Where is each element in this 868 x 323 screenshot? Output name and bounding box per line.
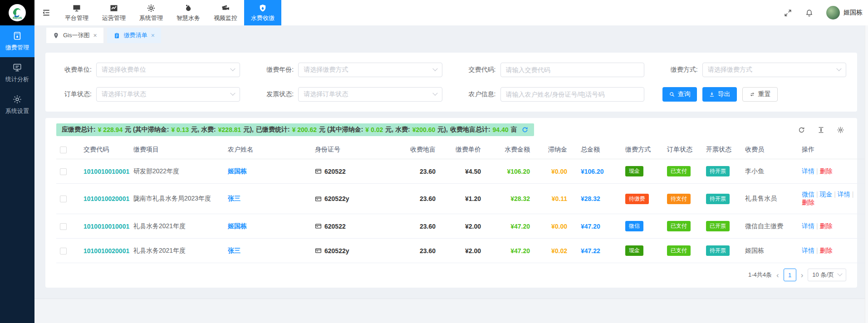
- water-meter-icon: [12, 31, 22, 41]
- table-row: 1010010010001 研发部2022年度 姬国栋 620522 23.60…: [56, 159, 868, 184]
- fullscreen-icon[interactable]: [784, 9, 792, 17]
- status-badge: 已支付: [667, 221, 691, 231]
- payment-code: 1010010010001: [83, 168, 129, 175]
- order-status-select[interactable]: 请选择订单状态: [96, 87, 240, 102]
- menu-item-water-fee[interactable]: 水费收缴: [244, 0, 281, 25]
- id-card-number: 620522y: [315, 247, 402, 254]
- collector: 姬国栋: [741, 239, 798, 263]
- action-link[interactable]: 详情: [802, 222, 814, 230]
- tab-close-icon[interactable]: ×: [93, 32, 97, 39]
- refresh-icon[interactable]: [798, 126, 805, 134]
- action-link[interactable]: 微信: [802, 191, 814, 198]
- sidebar-item-label: 统计分析: [5, 75, 29, 83]
- farmer-name-link[interactable]: 姬国栋: [228, 167, 247, 175]
- payment-code-input[interactable]: [506, 66, 639, 73]
- bell-icon[interactable]: [805, 9, 814, 17]
- status-badge: 已支付: [667, 166, 691, 176]
- next-page-icon[interactable]: ›: [801, 271, 804, 279]
- chevron-down-icon: [432, 91, 437, 96]
- username: 姬国栋: [843, 9, 863, 17]
- row-checkbox[interactable]: [60, 248, 67, 254]
- charge-unit-select[interactable]: 请选择收费单位: [96, 63, 240, 77]
- late-fee: ¥0.00: [551, 168, 567, 175]
- sidebar-item-settings[interactable]: 系统设置: [0, 89, 34, 121]
- payment-method-select[interactable]: 请选择缴费方式: [702, 63, 846, 77]
- page-number-button[interactable]: 1: [784, 269, 796, 281]
- action-link[interactable]: 详情: [802, 167, 814, 175]
- charge-area: 23.60: [420, 247, 436, 254]
- invoice-status-select[interactable]: 请选择订单状态: [298, 87, 442, 102]
- summary-value: ¥ 200.62: [292, 126, 317, 133]
- search-button[interactable]: 查询: [662, 87, 697, 102]
- charge-area: 23.60: [420, 195, 436, 202]
- chevron-down-icon: [230, 91, 235, 96]
- menu-collapse-icon[interactable]: [34, 0, 58, 25]
- menu-item-label: 智慧水务: [177, 14, 200, 22]
- row-checkbox[interactable]: [60, 223, 67, 230]
- svg-text:RIEON: RIEON: [13, 16, 22, 20]
- select-all-checkbox[interactable]: [60, 147, 67, 153]
- pagination: 1-4共4条 ‹ 1 › 10 条/页: [56, 269, 846, 281]
- filter-label: 交费代码:: [461, 66, 496, 74]
- id-card-number: 620522: [315, 223, 402, 230]
- table-settings-gear-icon[interactable]: [837, 126, 844, 134]
- shield-icon: [258, 4, 267, 13]
- prev-page-icon[interactable]: ‹: [776, 271, 779, 279]
- page-size-select[interactable]: 10 条/页: [808, 269, 846, 281]
- row-checkbox[interactable]: [60, 196, 67, 202]
- total-amount: ¥47.22: [581, 247, 600, 254]
- tab-bar: Gis一张图 × 缴费清单 ×: [34, 25, 868, 45]
- payment-code-input-wrap: [500, 63, 644, 77]
- reset-button[interactable]: 重置: [742, 87, 778, 102]
- sidebar-item-statistics[interactable]: 统计分析: [0, 57, 34, 89]
- action-delete[interactable]: 删除: [819, 247, 832, 254]
- top-menu: 平台管理 运营管理 系统管理: [58, 0, 281, 25]
- tab-label: 缴费清单: [124, 31, 147, 39]
- tab-close-icon[interactable]: ×: [151, 32, 155, 39]
- action-delete[interactable]: 删除: [819, 222, 832, 230]
- farmer-info-input[interactable]: [506, 91, 639, 98]
- tab-gis-map[interactable]: Gis一张图 ×: [46, 28, 103, 43]
- reset-icon: [749, 91, 755, 98]
- action-delete[interactable]: 删除: [802, 199, 814, 206]
- tab-payment-list[interactable]: 缴费清单 ×: [107, 28, 161, 43]
- menu-item-smart-water[interactable]: 智慧水务: [170, 0, 207, 25]
- farmer-name-link[interactable]: 张三: [228, 247, 240, 254]
- sidebar-item-payment-mgmt[interactable]: 缴费管理: [0, 25, 34, 57]
- filter-label: 订单状态:: [56, 90, 92, 98]
- id-card-icon: [315, 196, 322, 202]
- column-height-icon[interactable]: [817, 126, 825, 134]
- menu-item-video[interactable]: 视频监控: [207, 0, 244, 25]
- main-area: 平台管理 运营管理 系统管理: [34, 0, 868, 323]
- row-checkbox[interactable]: [60, 168, 67, 175]
- column-header: 总金额: [577, 141, 622, 159]
- menu-item-operations[interactable]: 运营管理: [95, 0, 132, 25]
- action-link[interactable]: 详情: [838, 191, 850, 198]
- gear-icon: [147, 4, 156, 13]
- topbar: 平台管理 运营管理 系统管理: [34, 0, 868, 25]
- status-badge: 现金: [625, 245, 643, 256]
- action-delete[interactable]: 删除: [819, 167, 832, 175]
- action-link[interactable]: 现金: [819, 191, 832, 198]
- action-link[interactable]: 详情: [802, 247, 814, 254]
- late-fee: ¥0.00: [551, 223, 567, 230]
- page-scrollbar[interactable]: [865, 25, 868, 323]
- farmer-name-link[interactable]: 张三: [228, 195, 240, 202]
- unit-price: ¥2.00: [465, 223, 481, 230]
- filter-label: 农户信息:: [461, 90, 496, 98]
- user-menu[interactable]: 姬国栋: [826, 6, 863, 20]
- payment-year-select[interactable]: 请选择缴费方式: [298, 63, 442, 77]
- summary-label: 元),: [437, 126, 448, 134]
- export-button[interactable]: 导出: [702, 87, 737, 102]
- water-fee-amount: ¥106.20: [507, 168, 530, 175]
- summary-refresh-icon[interactable]: [521, 126, 529, 133]
- menu-item-platform[interactable]: 平台管理: [58, 0, 95, 25]
- column-header: 身份证号: [311, 141, 406, 159]
- filter-order-status: 订单状态: 请选择订单状态: [56, 87, 240, 102]
- app-logo[interactable]: RIEON: [0, 0, 34, 25]
- farmer-name-link[interactable]: 姬国栋: [228, 222, 247, 230]
- total-amount: ¥47.20: [581, 223, 600, 230]
- table-body: 1010010010001 研发部2022年度 姬国栋 620522 23.60…: [56, 159, 868, 263]
- table-tools: [798, 126, 846, 134]
- menu-item-system[interactable]: 系统管理: [132, 0, 170, 25]
